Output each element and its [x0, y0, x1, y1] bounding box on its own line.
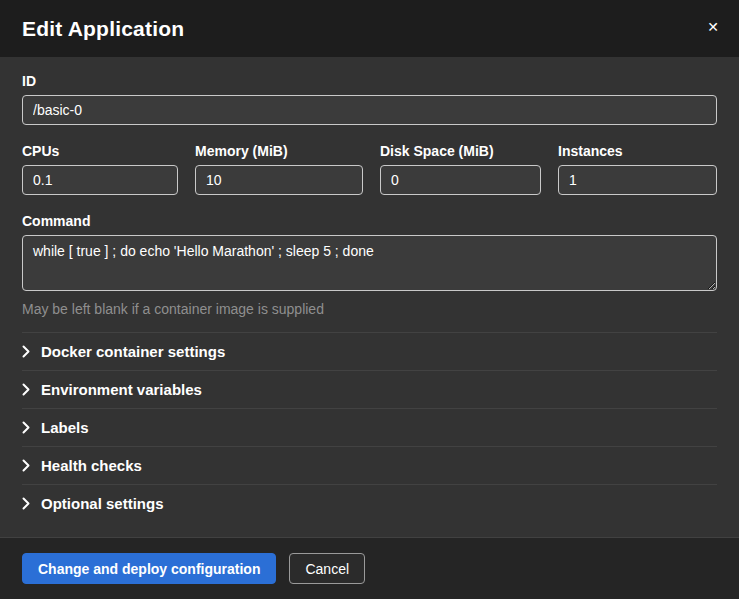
instances-field-block: Instances [558, 143, 717, 195]
memory-input[interactable] [195, 165, 363, 195]
id-label: ID [22, 73, 717, 89]
memory-field-block: Memory (MiB) [195, 143, 363, 195]
section-optional-settings[interactable]: Optional settings [22, 484, 717, 522]
id-input[interactable] [22, 95, 717, 125]
modal-header: Edit Application ✕ [0, 0, 739, 57]
id-field-block: ID [22, 73, 717, 125]
section-label: Health checks [41, 457, 142, 474]
command-help-text: May be left blank if a container image i… [22, 301, 717, 317]
section-label: Environment variables [41, 381, 202, 398]
close-icon[interactable]: ✕ [703, 16, 723, 38]
instances-input[interactable] [558, 165, 717, 195]
cpus-field-block: CPUs [22, 143, 178, 195]
memory-label: Memory (MiB) [195, 143, 363, 159]
collapsible-sections: Docker container settings Environment va… [22, 332, 717, 522]
section-label: Docker container settings [41, 343, 225, 360]
modal-footer: Change and deploy configuration Cancel [0, 537, 739, 599]
chevron-right-icon [22, 497, 30, 510]
cpus-input[interactable] [22, 165, 178, 195]
section-label: Optional settings [41, 495, 164, 512]
disk-label: Disk Space (MiB) [380, 143, 541, 159]
section-docker-container-settings[interactable]: Docker container settings [22, 332, 717, 370]
disk-input[interactable] [380, 165, 541, 195]
section-label: Labels [41, 419, 89, 436]
resources-row: CPUs Memory (MiB) Disk Space (MiB) Insta… [22, 143, 717, 195]
chevron-right-icon [22, 459, 30, 472]
disk-field-block: Disk Space (MiB) [380, 143, 541, 195]
cancel-button[interactable]: Cancel [289, 553, 365, 584]
modal-body: ID CPUs Memory (MiB) Disk Space (MiB) In… [0, 57, 739, 537]
cpus-label: CPUs [22, 143, 178, 159]
section-health-checks[interactable]: Health checks [22, 446, 717, 484]
command-field-block: Command while [ true ] ; do echo 'Hello … [22, 213, 717, 317]
edit-application-modal: Edit Application ✕ ID CPUs Memory (MiB) … [0, 0, 739, 599]
chevron-right-icon [22, 421, 30, 434]
section-environment-variables[interactable]: Environment variables [22, 370, 717, 408]
section-labels[interactable]: Labels [22, 408, 717, 446]
chevron-right-icon [22, 383, 30, 396]
command-textarea[interactable]: while [ true ] ; do echo 'Hello Marathon… [22, 235, 717, 291]
instances-label: Instances [558, 143, 717, 159]
modal-title: Edit Application [22, 17, 717, 41]
chevron-right-icon [22, 345, 30, 358]
command-label: Command [22, 213, 717, 229]
change-and-deploy-button[interactable]: Change and deploy configuration [22, 553, 276, 584]
